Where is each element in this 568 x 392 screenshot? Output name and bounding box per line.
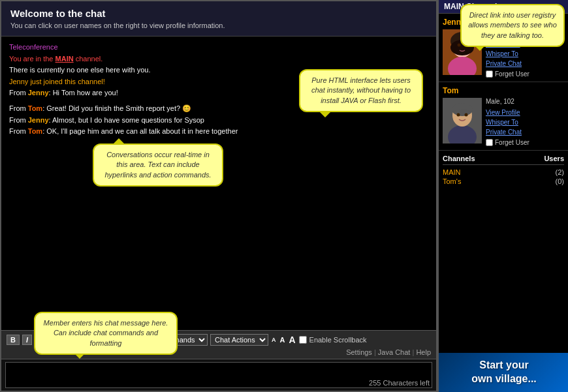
chat-input[interactable] bbox=[5, 362, 432, 388]
toolbar-links: Settings | Java Chat | Help bbox=[346, 348, 431, 356]
tom-gender-age: Male, 102 bbox=[486, 98, 564, 105]
sender-tom-1[interactable]: Tom bbox=[28, 104, 42, 112]
main-container: Welcome to the chat You can click on use… bbox=[0, 0, 568, 392]
ad-text: Start your own village... bbox=[471, 359, 537, 386]
font-size-small[interactable]: A bbox=[272, 337, 276, 343]
channel-main-users: (2) bbox=[556, 168, 564, 176]
chat-messages[interactable]: Teleconference You are in the MAIN chann… bbox=[1, 37, 436, 330]
tom-forget-check[interactable] bbox=[486, 139, 493, 146]
tom-whisper-to[interactable]: Whisper To bbox=[486, 117, 564, 127]
svg-point-12 bbox=[465, 113, 468, 117]
channel-toms[interactable]: Tom's (0) bbox=[443, 177, 564, 186]
tom-private-chat[interactable]: Private Chat bbox=[486, 127, 564, 137]
bubble-top-right: Pure HTML interface lets users chat inst… bbox=[299, 69, 423, 112]
user-panel-tom: Tom Male, 102 View Profile Whisper To bbox=[439, 82, 568, 151]
main-channel-highlight: MAIN bbox=[55, 55, 74, 63]
msg-main-channel: You are in the MAIN channel. bbox=[9, 53, 428, 65]
channel-main-name: MAIN bbox=[443, 168, 461, 176]
channels-section: Channels Users MAIN (2) Tom's (0) bbox=[439, 151, 568, 353]
users-col-header: Users bbox=[544, 155, 564, 162]
jenny-forget-check[interactable] bbox=[486, 70, 493, 78]
chat-area: Welcome to the chat You can click on use… bbox=[0, 0, 437, 392]
input-area: Member enters his chat message here. Can… bbox=[1, 359, 436, 391]
svg-point-5 bbox=[458, 44, 461, 47]
user-details-tom: Male, 102 View Profile Whisper To Privat… bbox=[486, 98, 564, 146]
settings-link[interactable]: Settings bbox=[346, 348, 372, 356]
help-link[interactable]: Help bbox=[416, 348, 431, 356]
input-bubble: Member enters his chat message here. Can… bbox=[34, 312, 178, 355]
jenny-forget-label: Forget User bbox=[495, 70, 529, 78]
font-size-large[interactable]: A bbox=[289, 335, 295, 345]
bubble-right: Direct link into user registry allows me… bbox=[460, 4, 565, 47]
user-name-tom: Tom bbox=[443, 86, 564, 95]
channel-toms-users: (0) bbox=[556, 177, 564, 185]
svg-point-11 bbox=[457, 113, 460, 117]
msg-from-jenny-2: From Jenny: Almost, but I do have some q… bbox=[9, 115, 428, 127]
channel-toms-name: Tom's bbox=[443, 177, 461, 185]
welcome-title: Welcome to the chat bbox=[10, 8, 427, 19]
font-size-med[interactable]: A bbox=[279, 336, 285, 344]
msg-from-tom-2: From Tom: OK, I'll page him and we can a… bbox=[9, 126, 428, 138]
welcome-subtitle: You can click on user names on the right… bbox=[10, 22, 427, 29]
sender-jenny-2[interactable]: Jenny bbox=[28, 116, 49, 124]
italic-button[interactable]: I bbox=[22, 335, 32, 345]
jenny-whisper-to[interactable]: Whisper To bbox=[486, 49, 564, 59]
sender-jenny-1[interactable]: Jenny bbox=[28, 89, 49, 97]
jenny-private-chat[interactable]: Private Chat bbox=[486, 59, 564, 68]
bold-button[interactable]: B bbox=[7, 335, 20, 345]
sidebar: MAIN Channel Jenny Female, 102 V bbox=[437, 0, 568, 392]
channel-main[interactable]: MAIN (2) bbox=[443, 168, 564, 177]
scrollback-label: Enable Scrollback bbox=[309, 336, 367, 344]
ad-banner[interactable]: Start your own village... bbox=[439, 353, 568, 392]
char-count: 255 Characters left bbox=[369, 379, 430, 387]
tom-view-profile[interactable]: View Profile bbox=[486, 108, 564, 117]
avatar-tom bbox=[443, 98, 482, 143]
channels-col-header: Channels bbox=[443, 155, 475, 162]
msg-teleconference: Teleconference bbox=[9, 42, 428, 53]
scrollback-checkbox[interactable] bbox=[299, 336, 307, 344]
welcome-box: Welcome to the chat You can click on use… bbox=[1, 1, 436, 37]
bubble-mid-left: Conversations occur real-time in this ar… bbox=[93, 143, 223, 187]
java-chat-link[interactable]: Java Chat bbox=[378, 348, 411, 356]
tom-forget-label: Forget User bbox=[495, 139, 529, 146]
sender-tom-2[interactable]: Tom bbox=[28, 127, 42, 135]
chat-actions-select[interactable]: Chat Actions bbox=[210, 334, 268, 346]
